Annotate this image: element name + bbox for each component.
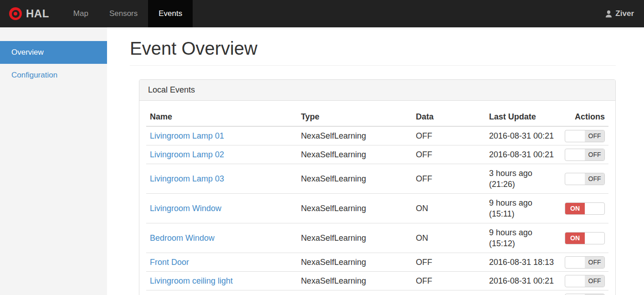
event-data: OFF [412,126,486,145]
table-header-row: Name Type Data Last Update Actions [146,108,608,126]
toggle-on-side [565,275,585,287]
sidebar: Overview Configuration [0,27,107,295]
event-data: OFF [412,253,486,272]
brand-label: HAL [26,7,49,20]
event-data: OFF [412,272,486,290]
toggle-switch[interactable]: ON [565,232,605,244]
table-row: Livingroom Lamp 03 NexaSelfLearning OFF … [146,164,608,194]
user-name: Ziver [615,9,634,18]
event-type: NexaSelfLearning [297,290,412,295]
toggle-off-side [585,233,604,244]
table-row: Livingroom ceiling light NexaSelfLearnin… [146,272,608,290]
col-header-data: Data [412,108,486,126]
toggle-on-side: ON [565,233,585,244]
toggle-off-side [585,203,604,214]
toggle-switch[interactable]: OFF [565,275,605,287]
event-name-link[interactable]: Livingroom Lamp 03 [150,174,224,183]
event-data: OFF [412,164,486,194]
toggle-on-side: ON [565,203,585,214]
toggle-switch[interactable]: OFF [565,130,605,142]
event-name-link[interactable]: Front Door [150,258,189,267]
top-navbar: HAL Map Sensors Events Ziver [0,0,644,27]
sidebar-item-label: Overview [11,48,44,57]
user-icon [605,10,613,18]
event-type: NexaSelfLearning [297,145,412,164]
toggle-switch[interactable]: OFF [565,173,605,185]
event-data: ON [412,194,486,223]
event-last-update: 3 hours ago (21:26) [486,164,561,194]
sidebar-item-configuration[interactable]: Configuration [0,64,107,87]
col-header-actions: Actions [561,108,608,126]
event-last-update: 2016-08-31 18:13 [486,253,561,272]
toggle-off-side: OFF [585,257,604,268]
event-type: NexaSelfLearning [297,194,412,223]
event-name-link[interactable]: Livingroom Window [150,204,221,213]
navbar-links: Map Sensors Events [63,0,193,27]
col-header-name: Name [146,108,297,126]
page-title: Event Overview [130,38,616,66]
event-type: NexaSelfLearning [297,223,412,253]
col-header-last-update: Last Update [486,108,561,126]
event-last-update: 2016-08-31 00:21 [486,290,561,295]
event-last-update: 9 hours ago (15:11) [486,194,561,223]
toggle-switch[interactable]: OFF [565,294,605,295]
event-type: NexaSelfLearning [297,253,412,272]
event-last-update: 2016-08-31 00:21 [486,145,561,164]
table-row: Livingroom Lamp 01 NexaSelfLearning OFF … [146,126,608,145]
table-row: Livingroom Lamp 02 NexaSelfLearning OFF … [146,145,608,164]
panel-heading: Local Events [139,80,615,101]
toggle-on-side [565,257,585,268]
panel-body: Name Type Data Last Update Actions Livin… [139,101,615,295]
toggle-off-side: OFF [585,149,604,160]
sidebar-item-label: Configuration [11,71,57,80]
event-type: NexaSelfLearning [297,126,412,145]
event-data: OFF [412,145,486,164]
table-row: Diningroom ceiling light NexaSelfLearnin… [146,290,608,295]
sidebar-item-overview[interactable]: Overview [0,41,107,64]
event-type: NexaSelfLearning [297,164,412,194]
event-type: NexaSelfLearning [297,272,412,290]
nav-item-events[interactable]: Events [148,0,193,27]
nav-item-sensors[interactable]: Sensors [99,0,148,27]
hal-logo-icon [9,7,22,20]
toggle-switch[interactable]: ON [565,202,605,215]
toggle-on-side [565,130,585,142]
toggle-off-side: OFF [585,275,604,287]
nav-item-map[interactable]: Map [63,0,99,27]
local-events-panel: Local Events Name Type Data Last Update … [139,79,616,295]
brand-home-link[interactable]: HAL [0,0,56,27]
event-data: ON [412,223,486,253]
events-table: Name Type Data Last Update Actions Livin… [146,108,608,295]
toggle-off-side: OFF [585,173,604,185]
table-row: Bedroom Window NexaSelfLearning ON 9 hou… [146,223,608,253]
table-row: Front Door NexaSelfLearning OFF 2016-08-… [146,253,608,272]
toggle-on-side [565,173,585,185]
event-last-update: 2016-08-31 00:21 [486,272,561,290]
col-header-type: Type [297,108,412,126]
event-name-link[interactable]: Livingroom Lamp 01 [150,131,224,140]
event-name-link[interactable]: Livingroom ceiling light [150,276,233,285]
toggle-switch[interactable]: OFF [565,149,605,161]
main-content: Event Overview Local Events Name Type Da… [107,27,644,295]
table-row: Livingroom Window NexaSelfLearning ON 9 … [146,194,608,223]
user-menu[interactable]: Ziver [595,0,644,27]
toggle-on-side [565,149,585,160]
event-data: OFF [412,290,486,295]
event-name-link[interactable]: Livingroom Lamp 02 [150,150,224,159]
event-last-update: 9 hours ago (15:12) [486,223,561,253]
toggle-switch[interactable]: OFF [565,256,605,269]
event-last-update: 2016-08-31 00:21 [486,126,561,145]
toggle-off-side: OFF [585,130,604,142]
event-name-link[interactable]: Bedroom Window [150,233,215,243]
